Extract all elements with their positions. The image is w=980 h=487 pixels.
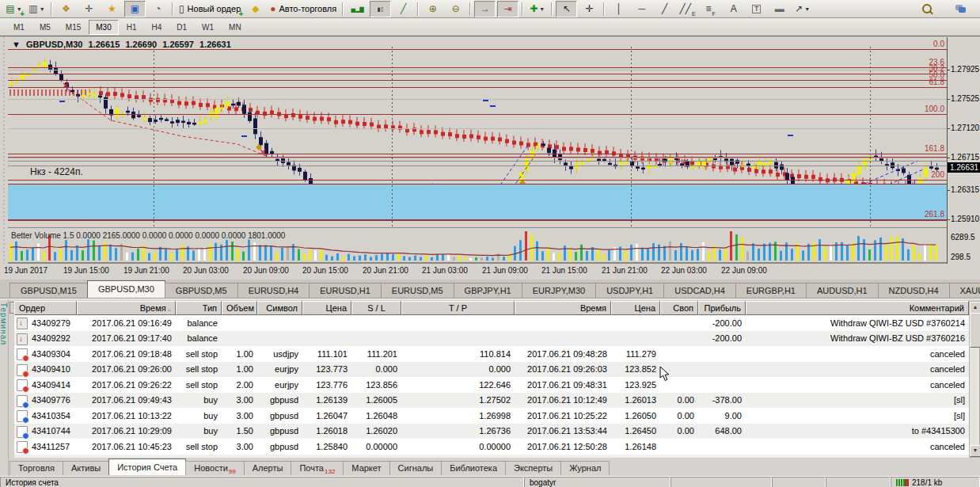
timeframe-m5[interactable]: M5 — [32, 20, 58, 35]
zoom-out-button[interactable]: ⊖ — [445, 1, 466, 17]
axis-tick-mark — [948, 158, 950, 158]
search-button[interactable] — [916, 1, 937, 17]
column-header-5[interactable]: Символ — [257, 301, 302, 315]
terminal-tab-новости[interactable]: Новости99 — [185, 461, 245, 475]
timeframe-m30[interactable]: M30 — [89, 20, 118, 35]
data-window-button[interactable]: ✛ — [78, 1, 100, 17]
terminal-tab-маркет[interactable]: Маркет — [343, 461, 389, 475]
chart-tab-gbpjpy-h1[interactable]: GBPJPY,H1 — [454, 283, 522, 298]
chart-tab-usdcad-h4[interactable]: USDCAD,H4 — [663, 283, 736, 298]
timeframe-h1[interactable]: H1 — [120, 20, 144, 35]
chart-tab-xauusd-h1[interactable]: XAUUSD,H1 — [949, 283, 980, 298]
column-header-7[interactable]: S / L — [351, 301, 401, 315]
text-button[interactable]: A — [723, 1, 744, 17]
arrows-button[interactable]: ↗▼ — [792, 1, 813, 17]
profiles-button[interactable]: ▥▼ — [26, 1, 47, 17]
scroll-thumb[interactable] — [970, 313, 980, 348]
column-header-13[interactable]: Комментарий — [746, 301, 969, 315]
price-chart-plot[interactable]: 0.023.638.250.061.8100.0161.8200261.8 ▼ … — [8, 37, 947, 227]
scroll-up-button[interactable]: ▲ — [970, 302, 980, 314]
timeframe-m1[interactable]: M1 — [6, 20, 32, 35]
new-order-button[interactable]: ▯+Новый ордер — [177, 1, 243, 17]
chart-tab-eurusd-m5[interactable]: EURUSD,M5 — [381, 283, 454, 298]
timeframe-h4[interactable]: H4 — [145, 20, 169, 35]
new-chart-button[interactable]: ▤+▼ — [3, 1, 25, 17]
navigator-button[interactable]: ★ — [101, 1, 123, 17]
auto-scroll-button[interactable]: → — [474, 1, 496, 17]
terminal-tab-алерты[interactable]: Алерты — [244, 461, 292, 475]
zoom-in-button[interactable]: ⊕ — [422, 1, 443, 17]
chart-collapse-icon[interactable]: ▼ — [12, 40, 21, 49]
terminal-tab-почта[interactable]: Почта132 — [291, 461, 344, 475]
chart-tab-usdjpy-h1[interactable]: USDJPY,H1 — [595, 283, 664, 298]
chart-tab-audusd-h1[interactable]: AUDUSD,H1 — [806, 283, 879, 298]
timeframe-w1[interactable]: W1 — [195, 20, 221, 35]
chart-tab-gbpusd-m5[interactable]: GBPUSD,M5 — [165, 283, 238, 298]
equidistant-channel-button[interactable]: ╱╱E — [677, 1, 698, 17]
column-header-2[interactable]: Время ▵ — [77, 301, 176, 315]
history-row[interactable]: 434094102017.06.21 09:26:00sell stop1.00… — [14, 362, 969, 378]
chart-tab-eurgbp-h1[interactable]: EURGBP,H1 — [735, 283, 807, 298]
bar-chart-button[interactable]: ▅▂▇ — [347, 1, 368, 17]
table-scrollbar[interactable]: ▲ ▼ — [969, 301, 980, 458]
timeframe-m15[interactable]: M15 — [59, 20, 88, 35]
terminal-tab-журнал[interactable]: Журнал — [560, 461, 610, 475]
column-header-6[interactable]: Цена — [302, 301, 351, 315]
cell-13: [sl] — [746, 411, 969, 420]
vertical-line-button[interactable]: │ — [608, 1, 629, 17]
history-row[interactable]: 434092792017.06.21 09:16:49balance-200.0… — [14, 315, 969, 331]
trendline-button[interactable]: ╱ — [654, 1, 675, 17]
terminal-tab-сигналы[interactable]: Сигналы — [389, 461, 443, 475]
chart-tab-nzdusd-h4[interactable]: NZDUSD,H4 — [878, 283, 950, 298]
terminal-tab-активы[interactable]: Активы — [63, 461, 109, 475]
chart-shift-button[interactable]: ⇥ — [497, 1, 518, 17]
candlestick-chart-button[interactable]: ▮▯ — [370, 1, 391, 17]
column-header-10[interactable]: Цена — [611, 301, 660, 315]
column-header-1[interactable]: Ордер — [14, 301, 77, 315]
autotrading-button[interactable]: ●Авто-торговля — [268, 1, 339, 17]
horizontal-line-button[interactable]: ─ — [631, 1, 652, 17]
timeframe-mn[interactable]: MN — [222, 20, 249, 35]
terminal-tab-эксперты[interactable]: Эксперты — [505, 461, 561, 475]
scroll-down-button[interactable]: ▼ — [970, 445, 980, 457]
metaeditor-button[interactable]: ◆ — [245, 1, 266, 17]
market-watch-button[interactable]: ❖ — [55, 1, 77, 17]
terminal-tab-история-счета[interactable]: История Счета — [108, 458, 186, 475]
chart-tab-gbpusd-m30[interactable]: GBPUSD,M30 — [87, 280, 165, 298]
chart-tab-gbpusd-m15[interactable]: GBPUSD,M15 — [9, 283, 88, 298]
history-row[interactable]: 434092922017.06.21 09:17:40balance-200.0… — [14, 331, 969, 347]
chart-tab-eurusd-h1[interactable]: EURUSD,H1 — [309, 283, 382, 298]
history-row[interactable]: 434097762017.06.21 09:49:43buy3.00gbpusd… — [14, 393, 969, 409]
text-label-button[interactable]: T — [746, 1, 767, 17]
history-row[interactable]: 434107442017.06.21 10:29:09buy1.50gbpusd… — [14, 424, 969, 439]
column-header-8[interactable]: T / P — [401, 301, 515, 315]
better-volume-pane[interactable]: Better Volume 1.5 0.0000 2165.0000 0.000… — [8, 230, 947, 262]
crosshair-button[interactable]: ✛ — [579, 1, 600, 17]
column-header-9[interactable]: Время — [515, 301, 611, 315]
chart-tab-eurjpy-m30[interactable]: EURJPY,M30 — [522, 283, 596, 298]
column-header-4[interactable]: Объем — [222, 301, 257, 315]
column-header-12[interactable]: Прибыль — [698, 301, 746, 315]
community-button[interactable] — [950, 1, 971, 17]
chart-tab-eurusd-h4[interactable]: EURUSD,H4 — [237, 283, 310, 298]
history-row[interactable]: 434103542017.06.21 10:13:22buy3.00gbpusd… — [14, 408, 969, 424]
history-row[interactable]: 434094142017.06.21 09:26:22sell stop2.00… — [14, 377, 969, 393]
history-row[interactable]: 434093042017.06.21 09:18:48sell stop1.00… — [14, 346, 969, 362]
terminal-tab-библиотека[interactable]: Библиотека — [441, 461, 506, 475]
column-header-11[interactable]: Своп — [660, 301, 698, 315]
terminal-vertical-label[interactable]: Терминал — [0, 299, 9, 487]
timeframe-d1[interactable]: D1 — [169, 20, 194, 35]
cursor-button[interactable]: ↖ — [556, 1, 577, 17]
terminal-tab-торговля[interactable]: Торговля — [9, 461, 63, 475]
fibonacci-button[interactable]: ≡F — [700, 1, 721, 17]
terminal-button[interactable]: ▣ — [124, 1, 146, 17]
history-row[interactable]: 434112572017.06.21 10:45:23sell stop3.00… — [14, 439, 969, 455]
time-axis[interactable]: 19 Jun 201719 Jun 15:0019 Jun 21:0020 Ju… — [0, 264, 980, 280]
strategy-tester-button[interactable]: ◔ — [147, 1, 169, 17]
price-axis[interactable]: 1.279251.275251.271201.267151.263151.259… — [947, 37, 980, 264]
column-header-3[interactable]: Тип — [176, 301, 222, 315]
shapes-button[interactable]: ▬ — [769, 1, 790, 17]
cell-2: 2017.06.21 09:18:48 — [77, 349, 176, 359]
indicators-button[interactable]: ✚▼ — [526, 1, 548, 17]
line-chart-button[interactable]: ╱ — [393, 1, 414, 17]
